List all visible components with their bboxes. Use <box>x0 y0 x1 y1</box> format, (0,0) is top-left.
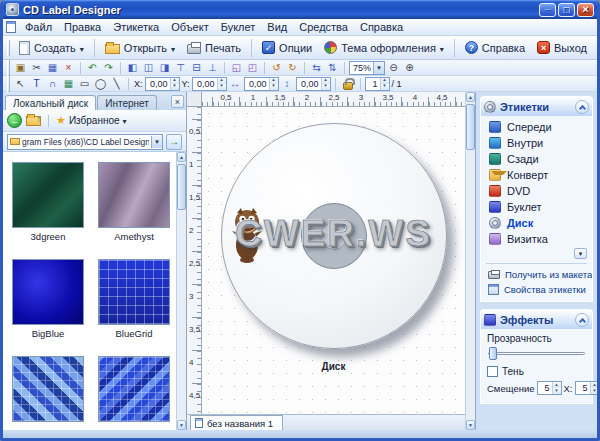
redo-icon[interactable]: ↷ <box>101 61 116 75</box>
spin-down-icon[interactable] <box>218 84 226 90</box>
scrollbar-track[interactable] <box>177 162 186 420</box>
menu-help[interactable]: Справка <box>354 20 409 34</box>
zoom-combo[interactable]: 75% <box>349 61 385 75</box>
align-middle-icon[interactable]: ⊟ <box>189 61 204 75</box>
select-tool-icon[interactable]: ↖ <box>13 77 28 91</box>
rotate-left-icon[interactable]: ↺ <box>269 61 284 75</box>
menu-booklet[interactable]: Буклет <box>215 20 262 34</box>
path-combo[interactable]: gram Files (x86)\CD Label Designer\Backg… <box>7 134 163 150</box>
cut-icon[interactable]: ✂ <box>29 61 44 75</box>
thumbnail-image[interactable] <box>98 162 170 228</box>
path-dropdown-icon[interactable] <box>151 136 162 148</box>
shadow-checkbox[interactable] <box>487 366 498 377</box>
object-toolbar-grip[interactable] <box>7 76 10 92</box>
spin-down-icon[interactable] <box>270 84 278 90</box>
toolbar-grip[interactable] <box>7 40 10 56</box>
thumbnail-image[interactable] <box>12 356 84 422</box>
menu-object[interactable]: Объект <box>165 20 214 34</box>
canvas-scrollbar[interactable] <box>465 92 475 430</box>
print-button[interactable]: Печать <box>182 39 246 57</box>
thumbnail-BlueGrid[interactable]: BlueGrid <box>97 259 171 340</box>
title-bar[interactable]: CD Label Designer <box>3 0 597 19</box>
slider-thumb[interactable] <box>489 347 497 360</box>
offset-y-field[interactable]: 5 <box>575 381 598 395</box>
theme-dropdown-icon[interactable] <box>440 42 444 54</box>
thumbnail-Amethyst[interactable]: Amethyst <box>97 162 171 243</box>
action-label-properties[interactable]: Свойства этикетки <box>481 282 592 297</box>
height-field[interactable]: 0,00 <box>296 77 331 91</box>
align-bottom-icon[interactable]: ⊥ <box>205 61 220 75</box>
copy-icon[interactable]: ▦ <box>45 61 60 75</box>
scroll-down-icon[interactable] <box>466 420 475 430</box>
new-dropdown-icon[interactable] <box>80 42 84 54</box>
disc-title-text[interactable]: CWER.WS <box>235 213 432 255</box>
new-button[interactable]: Создать <box>14 38 89 58</box>
undo-icon[interactable]: ↶ <box>85 61 100 75</box>
label-item-back[interactable]: Сзади <box>481 151 592 167</box>
open-button[interactable]: Открыть <box>100 38 180 57</box>
spin-down-icon[interactable] <box>591 388 598 394</box>
label-item-card[interactable]: Визитка <box>481 231 592 247</box>
rotate-right-icon[interactable]: ↻ <box>285 61 300 75</box>
width-field[interactable]: 0,00 <box>244 77 279 91</box>
circle-text-tool-icon[interactable]: ∩ <box>45 77 60 91</box>
tab-internet[interactable]: Интернет <box>97 95 157 110</box>
thumbnail-mosaic2[interactable] <box>97 356 171 430</box>
spin-down-icon[interactable] <box>553 388 561 394</box>
align-center-icon[interactable]: ◫ <box>141 61 156 75</box>
collapse-labels-button[interactable] <box>575 100 589 114</box>
browser-scrollbar[interactable] <box>176 152 186 430</box>
effects-group-header[interactable]: Эффекты <box>480 309 593 329</box>
spin-down-icon[interactable] <box>322 84 330 90</box>
thumbnail-3dgreen[interactable]: 3dgreen <box>11 162 85 243</box>
thumbnail-BigBlue[interactable]: BigBlue <box>11 259 85 340</box>
menu-view[interactable]: Вид <box>261 20 293 34</box>
thumbnail-mosaic1[interactable] <box>11 356 85 430</box>
menu-label[interactable]: Этикетка <box>107 20 165 34</box>
back-icon[interactable] <box>7 113 22 128</box>
align-right-icon[interactable]: ◨ <box>157 61 172 75</box>
scrollbar-track[interactable] <box>466 102 475 420</box>
image-tool-icon[interactable]: ▦ <box>61 77 76 91</box>
align-left-icon[interactable]: ◧ <box>125 61 140 75</box>
label-item-inside[interactable]: Внутри <box>481 135 592 151</box>
labels-group-header[interactable]: Этикетки <box>480 96 593 116</box>
y-position-field[interactable]: 0,00 <box>192 77 227 91</box>
thumbnail-image[interactable] <box>12 162 84 228</box>
label-item-envelope[interactable]: Конверт <box>481 167 592 183</box>
flip-horizontal-icon[interactable]: ⇆ <box>309 61 324 75</box>
offset-x-field[interactable]: 5 <box>537 381 562 395</box>
theme-button[interactable]: Тема оформления <box>319 38 449 57</box>
zoom-out-icon[interactable]: ⊖ <box>386 61 401 75</box>
zoom-dropdown-icon[interactable] <box>373 62 384 74</box>
options-button[interactable]: Опции <box>257 38 317 57</box>
page-number-field[interactable]: 1 <box>365 77 390 91</box>
close-button[interactable] <box>577 3 594 17</box>
up-folder-icon[interactable] <box>26 116 41 126</box>
thumbnail-image[interactable] <box>98 259 170 325</box>
delete-icon[interactable]: × <box>61 61 76 75</box>
label-item-front[interactable]: Спереди <box>481 119 592 135</box>
thumbnail-image[interactable] <box>98 356 170 422</box>
text-tool-icon[interactable]: T <box>29 77 44 91</box>
menu-tools[interactable]: Средства <box>293 20 354 34</box>
document-tab[interactable]: без названия 1 <box>190 415 283 430</box>
zoom-in-icon[interactable]: ⊕ <box>402 61 417 75</box>
scrollbar-thumb[interactable] <box>466 104 475 150</box>
flip-vertical-icon[interactable]: ⇅ <box>325 61 340 75</box>
cd-disc[interactable]: CWER.WS <box>221 123 447 349</box>
close-panel-icon[interactable] <box>171 95 184 108</box>
bring-to-front-icon[interactable]: ◱ <box>229 61 244 75</box>
favorites-button[interactable]: Избранное <box>56 114 127 127</box>
more-labels-button[interactable] <box>574 248 587 259</box>
edit-toolbar-grip[interactable] <box>7 60 10 76</box>
label-item-dvd[interactable]: DVD <box>481 183 592 199</box>
line-tool-icon[interactable]: ╲ <box>109 77 124 91</box>
action-get-from-print-layout[interactable]: Получить из макета печати <box>481 267 592 282</box>
scroll-up-icon[interactable] <box>466 92 475 102</box>
label-item-disc[interactable]: Диск <box>481 215 592 231</box>
menu-file[interactable]: Файл <box>19 20 58 34</box>
open-dropdown-icon[interactable] <box>171 42 175 54</box>
design-page[interactable]: CWER.WS Диск <box>202 107 465 414</box>
paste-icon[interactable]: ▣ <box>13 61 28 75</box>
